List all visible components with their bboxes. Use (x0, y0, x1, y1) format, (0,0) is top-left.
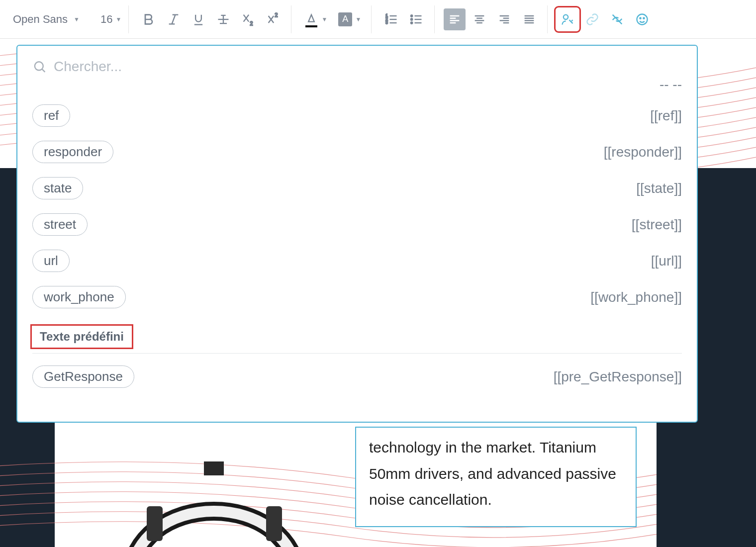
emoji-button[interactable] (631, 8, 653, 30)
align-left-button[interactable] (444, 8, 466, 30)
text-color-swatch (305, 25, 317, 27)
svg-rect-42 (147, 506, 163, 541)
predefined-list: GetResponse [[pre_GetResponse]] (17, 359, 697, 395)
svg-rect-44 (204, 461, 224, 475)
svg-point-40 (35, 62, 43, 70)
text-color-button[interactable]: ▼ (300, 8, 322, 30)
bold-button[interactable] (138, 8, 160, 30)
variable-code: [[state]] (636, 181, 682, 196)
variable-code: [[street]] (632, 217, 682, 233)
product-description-text: technology in the market. Titanium 50mm … (369, 439, 616, 508)
variable-chip[interactable]: url (32, 250, 70, 272)
link-button[interactable] (581, 8, 603, 30)
svg-point-38 (640, 17, 641, 18)
font-family-select[interactable]: Open Sans ▼ (13, 13, 97, 26)
svg-point-17 (411, 18, 413, 20)
search-input[interactable] (54, 59, 682, 75)
subscript-button[interactable]: 2 (237, 8, 259, 30)
font-family-label: Open Sans (13, 13, 68, 26)
variable-row[interactable]: state [[state]] (32, 170, 682, 206)
align-center-button[interactable] (469, 8, 490, 30)
unlink-button[interactable] (606, 8, 628, 30)
underline-button[interactable] (188, 8, 209, 30)
align-justify-button[interactable] (518, 8, 540, 30)
svg-line-41 (42, 69, 45, 72)
highlight-color-button[interactable]: A ▼ (334, 8, 356, 30)
variable-code: [[work_phone]] (590, 289, 682, 305)
section-divider (32, 353, 682, 354)
font-size-select[interactable]: 16 ▼ (100, 13, 121, 26)
svg-point-37 (637, 14, 648, 24)
variable-chip[interactable]: state (32, 177, 83, 199)
italic-button[interactable] (163, 8, 185, 30)
predefined-code: [[pre_GetResponse]] (554, 369, 682, 385)
search-icon (32, 59, 47, 74)
variable-chip[interactable]: street (32, 213, 88, 236)
strikethrough-button[interactable] (212, 8, 234, 30)
svg-text:3: 3 (386, 20, 388, 25)
svg-point-35 (564, 14, 568, 19)
personalization-button[interactable] (557, 8, 578, 30)
editor-canvas: -- -- ref [[ref]] responder [[responder]… (0, 39, 756, 547)
svg-rect-43 (266, 506, 282, 541)
variable-row[interactable]: responder [[responder]] (32, 134, 682, 170)
superscript-button[interactable]: 2 (262, 8, 284, 30)
formatting-toolbar: Open Sans ▼ 16 ▼ 2 2 ▼ (0, 0, 756, 39)
svg-line-2 (172, 14, 176, 24)
predefined-text-header: Texte prédéfini (30, 324, 133, 349)
variable-chip[interactable]: ref (32, 104, 70, 127)
chevron-down-icon: ▼ (321, 16, 327, 23)
variable-chip[interactable]: work_phone (32, 286, 126, 308)
variable-row[interactable]: street [[street]] (32, 206, 682, 243)
variable-picker-popup: -- -- ref [[ref]] responder [[responder]… (16, 45, 698, 423)
chevron-down-icon: ▼ (74, 16, 80, 23)
highlight-icon: A (338, 12, 352, 26)
variable-code: [[responder]] (604, 144, 682, 160)
variable-chip[interactable]: responder (32, 141, 113, 163)
svg-point-39 (644, 17, 645, 18)
ordered-list-button[interactable]: 123 (380, 8, 402, 30)
chevron-down-icon: ▼ (115, 16, 121, 23)
svg-point-18 (411, 22, 413, 24)
predefined-chip[interactable]: GetResponse (32, 365, 134, 388)
variable-row[interactable]: ref [[ref]] (32, 97, 682, 134)
product-description-box[interactable]: technology in the market. Titanium 50mm … (355, 427, 637, 527)
variable-list: ref [[ref]] responder [[responder]] stat… (17, 97, 697, 315)
overflow-indicator: -- -- (17, 77, 697, 97)
align-right-button[interactable] (493, 8, 515, 30)
unordered-list-button[interactable] (405, 8, 427, 30)
variable-row[interactable]: work_phone [[work_phone]] (32, 279, 682, 315)
variable-row[interactable]: url [[url]] (32, 243, 682, 279)
predefined-row[interactable]: GetResponse [[pre_GetResponse]] (32, 359, 682, 395)
font-size-label: 16 (100, 13, 112, 26)
variable-code: [[ref]] (650, 108, 682, 124)
svg-point-16 (411, 15, 413, 17)
headphones-image (90, 427, 338, 547)
variable-code: [[url]] (651, 253, 682, 269)
chevron-down-icon: ▼ (355, 16, 361, 23)
svg-text:2: 2 (275, 12, 278, 18)
svg-text:2: 2 (250, 20, 253, 26)
